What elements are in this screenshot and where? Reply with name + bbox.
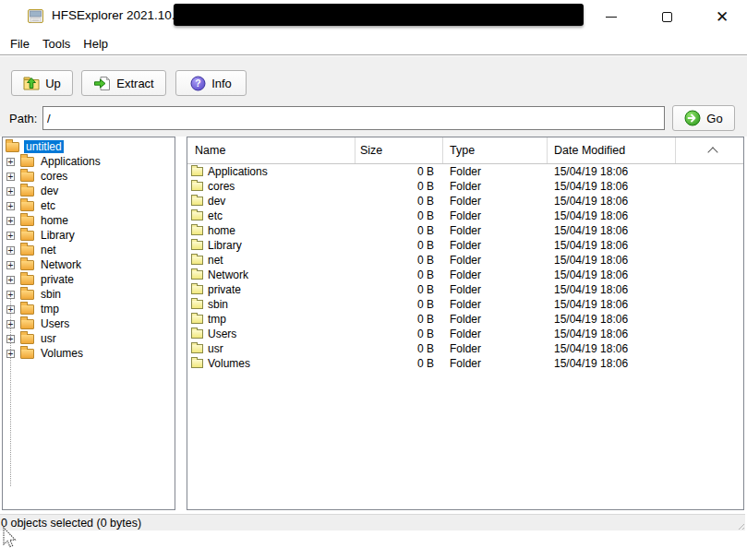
tree-item-label: etc: [39, 199, 57, 212]
tree-item-root[interactable]: untitled: [3, 139, 175, 154]
table-row[interactable]: Users 0 B Folder 15/04/19 18:06: [187, 327, 743, 341]
table-row[interactable]: cores 0 B Folder 15/04/19 18:06: [187, 179, 743, 194]
column-header-size[interactable]: Size: [355, 137, 443, 163]
plus-box-icon[interactable]: [6, 202, 15, 210]
folder-icon: [20, 334, 34, 344]
cell-name: private: [187, 283, 355, 296]
tree-item[interactable]: net: [3, 243, 175, 257]
cell-name: sbin: [187, 298, 355, 311]
menu-help[interactable]: Help: [77, 35, 114, 53]
tree-item[interactable]: etc: [3, 198, 175, 213]
plus-box-icon[interactable]: [6, 217, 15, 225]
maximize-button[interactable]: [645, 0, 688, 33]
plus-box-icon[interactable]: [6, 335, 15, 343]
scrollbar-up-button[interactable]: [676, 137, 743, 163]
plus-box-icon[interactable]: [6, 350, 15, 358]
cell-name: usr: [187, 342, 355, 355]
plus-box-icon[interactable]: [6, 187, 15, 196]
folder-up-arrow-icon: [23, 76, 40, 90]
info-button-label: Info: [211, 77, 232, 90]
plus-box-icon[interactable]: [6, 276, 15, 284]
tree-item-label: dev: [39, 185, 60, 197]
plus-box-icon[interactable]: [6, 291, 15, 299]
table-row[interactable]: usr 0 B Folder 15/04/19 18:06: [187, 341, 743, 356]
hfsexplorer-window: HFSExplorer 2021.10.9 - [ ✕ File Tools H…: [0, 0, 747, 560]
tree-item[interactable]: Users: [3, 316, 175, 331]
table-row[interactable]: Volumes 0 B Folder 15/04/19 18:06: [187, 356, 743, 371]
plus-box-icon[interactable]: [6, 261, 15, 269]
up-button[interactable]: Up: [11, 70, 73, 96]
cell-type: Folder: [443, 239, 548, 252]
tree-item[interactable]: dev: [3, 184, 175, 198]
close-button[interactable]: ✕: [701, 0, 743, 33]
folder-icon: [191, 300, 203, 309]
open-folder-icon: [6, 142, 19, 152]
tree-item-label: private: [39, 273, 76, 286]
table-row[interactable]: home 0 B Folder 15/04/19 18:06: [187, 223, 743, 238]
maximize-icon: [662, 12, 672, 22]
folder-icon: [191, 344, 203, 353]
file-name: cores: [208, 180, 235, 193]
plus-box-icon[interactable]: [6, 158, 15, 166]
table-row[interactable]: sbin 0 B Folder 15/04/19 18:06: [187, 297, 743, 312]
table-row[interactable]: etc 0 B Folder 15/04/19 18:06: [187, 209, 743, 223]
menu-tools[interactable]: Tools: [36, 35, 77, 53]
table-row[interactable]: Network 0 B Folder 15/04/19 18:06: [187, 268, 743, 282]
tree-item[interactable]: Library: [3, 228, 175, 243]
path-input[interactable]: [42, 106, 665, 130]
tree-item[interactable]: cores: [3, 169, 175, 184]
resize-grip-icon[interactable]: [736, 521, 744, 530]
cell-type: Folder: [443, 313, 548, 326]
folder-icon: [191, 256, 203, 265]
plus-box-icon[interactable]: [6, 173, 15, 181]
column-header-date-modified[interactable]: Date Modified: [548, 137, 676, 163]
tree-item-label: Applications: [39, 155, 102, 168]
cell-name: Applications: [187, 165, 355, 178]
cell-name: tmp: [187, 313, 355, 326]
tree-item[interactable]: Network: [3, 257, 175, 272]
tree-item[interactable]: sbin: [3, 287, 175, 302]
table-row[interactable]: Library 0 B Folder 15/04/19 18:06: [187, 238, 743, 253]
column-header-type[interactable]: Type: [443, 137, 548, 163]
table-row[interactable]: private 0 B Folder 15/04/19 18:06: [187, 282, 743, 297]
menu-file[interactable]: File: [4, 35, 36, 53]
column-header-name[interactable]: Name: [187, 137, 355, 163]
plus-box-icon[interactable]: [6, 320, 15, 328]
plus-box-icon[interactable]: [6, 305, 15, 314]
status-text: 0 objects selected (0 bytes): [1, 517, 141, 530]
info-button[interactable]: ? Info: [175, 70, 247, 96]
plus-box-icon[interactable]: [6, 232, 15, 240]
cell-date-modified: 15/04/19 18:06: [548, 328, 676, 340]
extract-button[interactable]: Extract: [81, 70, 166, 96]
minimize-button[interactable]: [590, 0, 633, 33]
folder-icon: [20, 290, 34, 300]
cell-size: 0 B: [355, 180, 443, 193]
tree-item[interactable]: usr: [3, 331, 175, 346]
cell-size: 0 B: [355, 328, 443, 340]
table-row[interactable]: tmp 0 B Folder 15/04/19 18:06: [187, 312, 743, 327]
file-name: Library: [208, 239, 242, 252]
tree-item[interactable]: Applications: [3, 154, 175, 169]
table-row[interactable]: net 0 B Folder 15/04/19 18:06: [187, 253, 743, 268]
folder-icon: [20, 172, 34, 182]
tree-item[interactable]: private: [3, 272, 175, 287]
tree-item[interactable]: Volumes: [3, 346, 175, 361]
plus-box-icon[interactable]: [6, 246, 15, 255]
cell-date-modified: 15/04/19 18:06: [548, 268, 676, 281]
tree-item[interactable]: tmp: [3, 302, 175, 316]
cell-size: 0 B: [355, 268, 443, 281]
cell-type: Folder: [443, 209, 548, 222]
folder-icon: [191, 270, 203, 280]
tree-item[interactable]: home: [3, 213, 175, 228]
table-row[interactable]: Applications 0 B Folder 15/04/19 18:06: [187, 164, 743, 179]
svg-text:?: ?: [195, 77, 200, 89]
cell-date-modified: 15/04/19 18:06: [548, 313, 676, 326]
cell-date-modified: 15/04/19 18:06: [548, 254, 676, 267]
file-name: Network: [208, 268, 248, 281]
close-icon: ✕: [716, 7, 729, 27]
cell-type: Folder: [443, 254, 548, 267]
table-header-row: Name Size Type Date Modified: [187, 137, 743, 164]
table-row[interactable]: dev 0 B Folder 15/04/19 18:06: [187, 194, 743, 209]
cell-date-modified: 15/04/19 18:06: [548, 342, 676, 355]
go-button[interactable]: Go: [672, 105, 735, 131]
